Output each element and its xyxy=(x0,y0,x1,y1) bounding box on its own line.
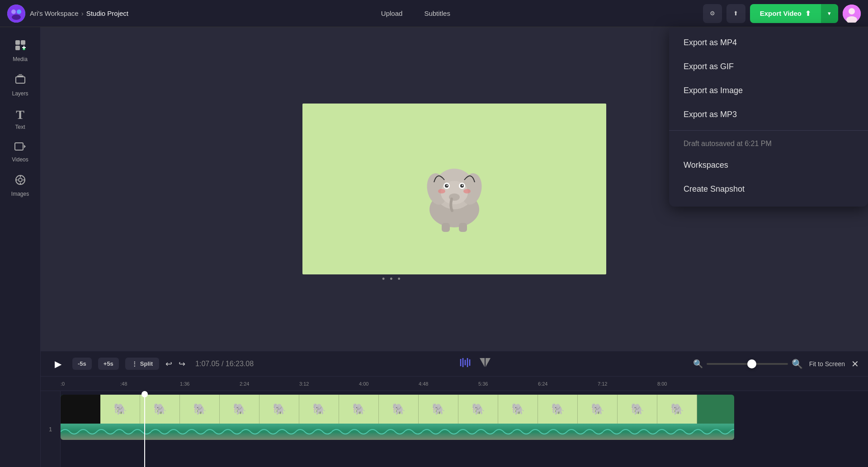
svg-point-31 xyxy=(447,185,448,186)
thumb-0 xyxy=(61,395,100,424)
skip-forward-button[interactable]: +5s xyxy=(98,358,119,370)
sidebar-item-media[interactable]: Media xyxy=(2,34,38,67)
redo-button[interactable]: ↪ xyxy=(179,359,185,369)
profile-avatar[interactable] xyxy=(843,5,861,23)
svg-rect-13 xyxy=(16,77,25,83)
skip-back-button[interactable]: -5s xyxy=(72,358,92,370)
svg-point-37 xyxy=(463,189,471,193)
workspaces-item[interactable]: Workspaces xyxy=(669,153,868,177)
svg-rect-7 xyxy=(15,40,20,45)
total-time: 16:23.08 xyxy=(226,360,254,368)
sidebar-item-images[interactable]: Images xyxy=(2,169,38,202)
video-track-clip[interactable]: 🐘 🐘 🐘 🐘 🐘 🐘 🐘 🐘 🐘 🐘 🐘 xyxy=(61,395,734,440)
thumb-3: 🐘 xyxy=(180,395,220,424)
chevron-down-icon: ▾ xyxy=(828,10,831,17)
draft-autosaved: Draft autosaved at 6:21 PM xyxy=(669,134,868,153)
ruler-mark-4: 3:12 xyxy=(299,381,359,387)
workspace-avatar[interactable] xyxy=(7,5,25,23)
thumb-9: 🐘 xyxy=(419,395,458,424)
upload-button[interactable]: Upload xyxy=(377,8,406,19)
export-upload-icon: ⬆ xyxy=(805,9,811,18)
center-controls xyxy=(459,357,491,371)
ruler-mark-10: 8:00 xyxy=(657,381,717,387)
export-video-button[interactable]: Export Video ⬆ xyxy=(750,4,821,23)
ruler-mark-2: 1:36 xyxy=(180,381,240,387)
time-display: 1:07.05 / 16:23.08 xyxy=(195,360,254,368)
ruler-mark-5: 4:00 xyxy=(359,381,419,387)
zoom-out-icon[interactable]: 🔍 xyxy=(693,359,703,369)
ruler-mark-6: 4:48 xyxy=(419,381,478,387)
audio-waveform xyxy=(61,424,734,440)
track-content[interactable]: 🐘 🐘 🐘 🐘 🐘 🐘 🐘 🐘 🐘 🐘 🐘 xyxy=(61,391,868,467)
flip-icon[interactable] xyxy=(479,357,491,370)
export-dropdown-button[interactable]: ▾ xyxy=(821,4,838,23)
ruler-mark-9: 7:12 xyxy=(598,381,657,387)
videos-label: Videos xyxy=(12,156,28,163)
thumb-15: 🐘 xyxy=(657,395,697,424)
thumb-7: 🐘 xyxy=(339,395,379,424)
svg-rect-38 xyxy=(442,223,450,232)
workspace-link[interactable]: Ari's Workspace xyxy=(30,9,79,17)
waveform-icon[interactable] xyxy=(459,357,473,371)
share-button[interactable]: ⬆ xyxy=(726,4,745,23)
sidebar-item-text[interactable]: T Text xyxy=(2,103,38,135)
media-label: Media xyxy=(13,56,28,62)
more-options-dots[interactable]: • • • xyxy=(382,274,402,284)
thumb-12: 🐘 xyxy=(538,395,578,424)
svg-point-1 xyxy=(11,9,16,14)
close-timeline-button[interactable]: ✕ xyxy=(851,359,859,369)
menu-divider xyxy=(669,130,868,131)
playhead[interactable] xyxy=(144,391,145,467)
text-label: Text xyxy=(15,124,25,130)
thumb-2: 🐘 xyxy=(140,395,180,424)
svg-rect-14 xyxy=(17,75,24,76)
header-right: ⚙ ⬆ Export Video ⬆ ▾ xyxy=(703,4,861,23)
fit-to-screen-button[interactable]: Fit to Screen xyxy=(809,360,845,368)
zoom-bar: 🔍 🔍 xyxy=(693,359,803,369)
export-mp4-item[interactable]: Export as MP4 xyxy=(669,31,868,55)
sidebar-item-layers[interactable]: Layers xyxy=(2,69,38,101)
breadcrumb: Ari's Workspace › Studio Project xyxy=(30,9,128,17)
export-label: Export Video xyxy=(760,9,802,17)
export-gif-item[interactable]: Export as GIF xyxy=(669,55,868,79)
clip-thumbnails: 🐘 🐘 🐘 🐘 🐘 🐘 🐘 🐘 🐘 🐘 🐘 xyxy=(61,395,734,424)
export-mp3-item[interactable]: Export as MP3 xyxy=(669,103,868,127)
header-center: Upload Subtitles xyxy=(377,8,454,19)
svg-rect-39 xyxy=(459,223,467,232)
svg-rect-15 xyxy=(19,74,22,75)
svg-point-36 xyxy=(438,189,445,193)
create-snapshot-item[interactable]: Create Snapshot xyxy=(669,177,868,201)
images-icon xyxy=(14,174,27,189)
undo-button[interactable]: ↩ xyxy=(165,359,172,369)
layers-label: Layers xyxy=(12,90,28,97)
zoom-in-icon[interactable]: 🔍 xyxy=(792,359,803,369)
svg-marker-50 xyxy=(480,358,485,367)
play-button[interactable]: ▶ xyxy=(50,356,66,372)
ruler-mark-8: 6:24 xyxy=(538,381,598,387)
split-button[interactable]: ⋮ Split xyxy=(125,358,159,370)
thumb-5: 🐘 xyxy=(259,395,299,424)
playback-bar: ▶ -5s +5s ⋮ Split ↩ ↪ 1:07.05 / 16:23.08 xyxy=(41,351,868,377)
export-menu: Export as MP4 Export as GIF Export as Im… xyxy=(669,27,868,207)
layers-icon xyxy=(14,73,27,89)
zoom-thumb[interactable] xyxy=(747,359,756,368)
thumb-4: 🐘 xyxy=(220,395,259,424)
svg-rect-16 xyxy=(15,143,23,150)
images-label: Images xyxy=(11,191,29,197)
svg-point-3 xyxy=(12,14,21,20)
thumb-1: 🐘 xyxy=(100,395,140,424)
gear-icon: ⚙ xyxy=(710,10,715,17)
svg-point-5 xyxy=(849,8,855,14)
settings-button[interactable]: ⚙ xyxy=(703,4,722,23)
svg-point-19 xyxy=(19,178,22,182)
videos-icon xyxy=(14,141,27,155)
zoom-slider[interactable] xyxy=(707,363,788,365)
header-left: Ari's Workspace › Studio Project xyxy=(7,5,128,23)
share-icon: ⬆ xyxy=(733,10,738,17)
project-name: Studio Project xyxy=(86,9,128,17)
sidebar-item-videos[interactable]: Videos xyxy=(2,137,38,167)
header: Ari's Workspace › Studio Project Upload … xyxy=(0,0,868,27)
track-label-1: 1 xyxy=(41,391,61,467)
subtitles-button[interactable]: Subtitles xyxy=(420,8,454,19)
export-image-item[interactable]: Export as Image xyxy=(669,79,868,103)
